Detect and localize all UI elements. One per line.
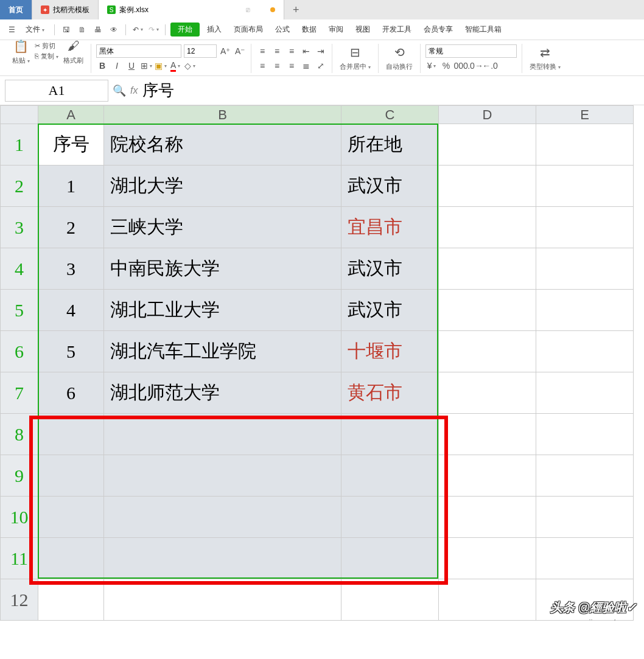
hamburger-icon[interactable]: ☰	[5, 23, 18, 37]
align-right-icon[interactable]: ≡	[285, 60, 298, 72]
increase-font-icon[interactable]: A⁺	[219, 45, 231, 57]
highlight-icon[interactable]: ◇	[184, 60, 196, 72]
cell[interactable]: 4	[38, 290, 104, 331]
cell[interactable]	[439, 290, 536, 331]
formatpainter-button[interactable]: 🖌 格式刷	[61, 38, 86, 65]
row-header-11[interactable]: 11	[1, 538, 38, 579]
cell[interactable]	[104, 497, 341, 538]
cell[interactable]	[536, 166, 634, 207]
row-header-7[interactable]: 7	[1, 372, 38, 414]
search-icon[interactable]: 🔍	[113, 85, 125, 97]
cell[interactable]	[536, 331, 634, 372]
cell[interactable]	[341, 497, 439, 538]
cell[interactable]: 5	[38, 331, 104, 372]
cell[interactable]	[38, 579, 104, 621]
select-all-corner[interactable]	[1, 106, 38, 124]
cell[interactable]	[38, 497, 104, 538]
cell[interactable]	[536, 538, 634, 579]
cell[interactable]: 1	[38, 166, 104, 207]
row-header-9[interactable]: 9	[1, 455, 38, 497]
fontcolor-icon[interactable]: A	[169, 60, 181, 72]
cell[interactable]	[439, 248, 536, 290]
row-header-6[interactable]: 6	[1, 331, 38, 372]
cell[interactable]: 湖北师范大学	[104, 372, 341, 414]
col-header-A[interactable]: A	[38, 106, 104, 124]
cell[interactable]: 宜昌市	[341, 207, 439, 248]
cut-button[interactable]: ✂ 剪切	[35, 41, 58, 51]
align-bot-icon[interactable]: ≡	[285, 45, 298, 57]
cell[interactable]	[536, 414, 634, 455]
cell[interactable]: 武汉市	[341, 290, 439, 331]
currency-icon[interactable]: ¥	[425, 60, 438, 72]
align-justify-icon[interactable]: ≣	[300, 60, 312, 72]
row-header-5[interactable]: 5	[1, 290, 38, 331]
menu-smarttools[interactable]: 智能工具箱	[460, 22, 506, 37]
cell[interactable]: 所在地	[341, 124, 439, 166]
row-header-4[interactable]: 4	[1, 248, 38, 290]
dec-decimal-icon[interactable]: ←.0	[484, 60, 496, 72]
underline-icon[interactable]: U	[125, 60, 138, 72]
typeconv-button[interactable]: ⇄ 类型转换	[527, 44, 563, 71]
cell[interactable]	[439, 207, 536, 248]
col-header-D[interactable]: D	[439, 106, 536, 124]
tab-new[interactable]: +	[284, 0, 308, 19]
cell[interactable]: 武汉市	[341, 166, 439, 207]
save-icon[interactable]: 🖫	[60, 23, 73, 37]
present-icon[interactable]: ⎚	[241, 3, 254, 16]
align-top-icon[interactable]: ≡	[256, 45, 268, 57]
cell[interactable]: 序号	[38, 124, 104, 166]
cell[interactable]	[341, 414, 439, 455]
cell[interactable]	[38, 455, 104, 497]
col-header-E[interactable]: E	[536, 106, 634, 124]
border-icon[interactable]: ⊞	[140, 60, 152, 72]
cell[interactable]	[341, 579, 439, 621]
fontsize-select[interactable]	[184, 44, 217, 58]
bold-icon[interactable]: B	[96, 60, 108, 72]
cell[interactable]: 黄石市	[341, 372, 439, 414]
inc-decimal-icon[interactable]: .0→	[469, 60, 481, 72]
numberformat-select[interactable]	[425, 44, 517, 58]
col-header-B[interactable]: B	[104, 106, 341, 124]
cell[interactable]	[38, 538, 104, 579]
cell[interactable]: 三峡大学	[104, 207, 341, 248]
cell[interactable]	[439, 538, 536, 579]
menu-start[interactable]: 开始	[170, 23, 200, 37]
cell[interactable]	[341, 455, 439, 497]
col-header-C[interactable]: C	[341, 106, 439, 124]
row-header-10[interactable]: 10	[1, 497, 38, 538]
cell[interactable]: 3	[38, 248, 104, 290]
cell[interactable]	[439, 166, 536, 207]
cell[interactable]	[341, 538, 439, 579]
cell[interactable]	[439, 124, 536, 166]
row-header-3[interactable]: 3	[1, 207, 38, 248]
align-left-icon[interactable]: ≡	[256, 60, 268, 72]
menu-formula[interactable]: 公式	[270, 22, 295, 37]
menu-pagelayout[interactable]: 页面布局	[229, 22, 268, 37]
cell[interactable]: 湖北汽车工业学院	[104, 331, 341, 372]
cell[interactable]: 湖北大学	[104, 166, 341, 207]
preview-icon[interactable]: 👁	[107, 23, 121, 37]
cell[interactable]: 湖北工业大学	[104, 290, 341, 331]
redo-icon[interactable]: ↷	[147, 23, 160, 37]
undo-icon[interactable]: ↶	[131, 23, 144, 37]
cell[interactable]: 十堰市	[341, 331, 439, 372]
cell[interactable]	[104, 579, 341, 621]
cell[interactable]	[104, 538, 341, 579]
formula-content[interactable]: 序号	[142, 80, 174, 101]
menu-insert[interactable]: 插入	[202, 22, 226, 37]
print-icon[interactable]: 🖶	[91, 23, 105, 37]
tab-file[interactable]: S 案例.xlsx ⎚	[99, 0, 284, 19]
menu-devtools[interactable]: 开发工具	[377, 22, 416, 37]
cell[interactable]	[439, 579, 536, 621]
menu-review[interactable]: 审阅	[324, 22, 348, 37]
indent-inc-icon[interactable]: ⇥	[315, 45, 327, 57]
cell[interactable]	[439, 497, 536, 538]
cell[interactable]	[439, 331, 536, 372]
cell[interactable]	[38, 414, 104, 455]
font-select[interactable]	[96, 44, 181, 58]
name-box[interactable]: A1	[5, 80, 108, 102]
cell[interactable]	[536, 497, 634, 538]
cell[interactable]	[439, 455, 536, 497]
cell[interactable]: 武汉市	[341, 248, 439, 290]
cell[interactable]	[439, 414, 536, 455]
